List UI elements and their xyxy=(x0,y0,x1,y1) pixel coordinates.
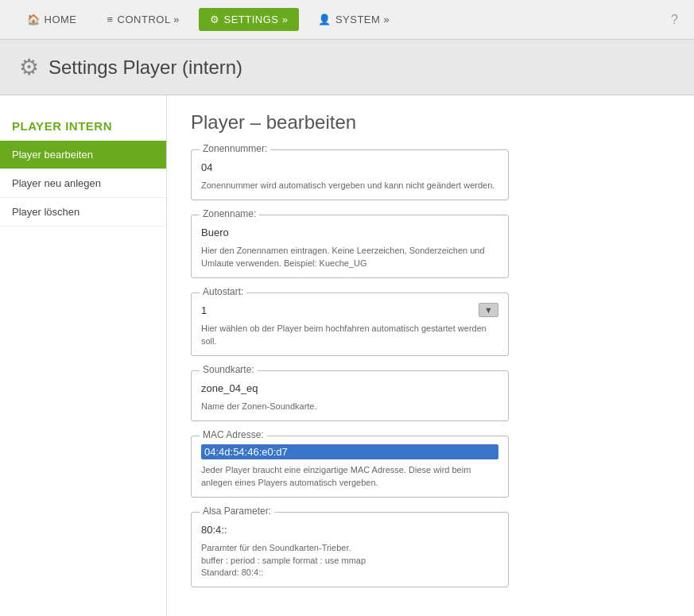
nav-settings[interactable]: ⚙ SETTINGS » xyxy=(199,8,299,31)
field-group-2: Autostart:1▼Hier wählen ob der Player be… xyxy=(191,293,509,356)
system-icon: 👤 xyxy=(318,14,331,25)
nav-home[interactable]: 🏠 HOME xyxy=(16,8,88,31)
field-legend-3: Soundkarte: xyxy=(200,364,258,375)
sidebar-item-player-neu[interactable]: Player neu anlegen xyxy=(0,169,166,198)
page-title: Settings Player (intern) xyxy=(48,56,242,79)
nav-system[interactable]: 👤 SYSTEM » xyxy=(307,8,401,31)
sidebar: PLAYER INTERN Player bearbeiten Player n… xyxy=(0,95,167,616)
content-title: Player – bearbeiten xyxy=(191,111,670,134)
field-legend-4: MAC Adresse: xyxy=(200,429,267,440)
sidebar-item-player-bearbeiten[interactable]: Player bearbeiten xyxy=(0,141,166,169)
content-area: Player – bearbeiten Zonennummer:Zonennum… xyxy=(167,95,694,616)
field-hint-0: Zonennummer wird automatisch vergeben un… xyxy=(201,180,498,192)
field-group-0: Zonennummer:Zonennummer wird automatisch… xyxy=(191,149,509,200)
help-button[interactable]: ? xyxy=(671,13,678,27)
field-hint-2: Hier wählen ob der Player beim hochfahre… xyxy=(201,323,498,347)
field-legend-2: Autostart: xyxy=(200,286,246,297)
field-hint-5: Paramter für den Soundkarten-Trieber. bu… xyxy=(201,542,498,579)
field-input-3[interactable] xyxy=(201,379,498,396)
field-group-4: MAC Adresse:Jeder Player braucht eine ei… xyxy=(191,436,509,498)
field-hint-3: Name der Zonen-Soundkarte. xyxy=(201,401,498,413)
field-legend-1: Zonenname: xyxy=(200,208,259,219)
home-icon: 🏠 xyxy=(27,14,41,25)
field-legend-5: Alsa Parameter: xyxy=(200,506,274,517)
field-group-3: Soundkarte:Name der Zonen-Soundkarte. xyxy=(191,370,509,421)
sidebar-item-player-loeschen[interactable]: Player löschen xyxy=(0,198,166,227)
fields-container: Zonennummer:Zonennummer wird automatisch… xyxy=(191,149,670,587)
select-wrapper-2: 1▼ xyxy=(201,301,498,318)
main-layout: PLAYER INTERN Player bearbeiten Player n… xyxy=(0,95,694,616)
field-select-2[interactable]: 1 xyxy=(201,301,498,318)
control-icon: ≡ xyxy=(107,14,114,25)
field-legend-0: Zonennummer: xyxy=(200,143,270,154)
page-header-icon: ⚙ xyxy=(19,54,39,80)
sidebar-item-label-0: Player bearbeiten xyxy=(12,149,93,161)
sidebar-item-label-1: Player neu anlegen xyxy=(12,177,101,189)
field-hint-4: Jeder Player braucht eine einzigartige M… xyxy=(201,464,498,489)
field-input-0[interactable] xyxy=(201,158,498,175)
field-group-1: Zonenname:Hier den Zonennamen eintragen.… xyxy=(191,215,509,278)
sidebar-section-label: PLAYER INTERN xyxy=(0,111,166,141)
top-navigation: 🏠 HOME ≡ CONTROL » ⚙ SETTINGS » 👤 SYSTEM… xyxy=(0,0,694,40)
page-header: ⚙ Settings Player (intern) xyxy=(0,40,694,95)
nav-home-label: HOME xyxy=(45,14,77,25)
nav-control[interactable]: ≡ CONTROL » xyxy=(96,8,192,31)
help-label: ? xyxy=(671,13,678,26)
sidebar-item-label-2: Player löschen xyxy=(12,206,79,218)
field-input-1[interactable] xyxy=(201,223,498,240)
nav-settings-label: SETTINGS » xyxy=(224,14,289,25)
field-group-5: Alsa Parameter:Paramter für den Soundkar… xyxy=(191,512,509,587)
settings-icon: ⚙ xyxy=(210,14,220,25)
nav-control-label: CONTROL » xyxy=(118,14,180,25)
field-hint-1: Hier den Zonennamen eintragen. Keine Lee… xyxy=(201,245,498,269)
nav-system-label: SYSTEM » xyxy=(335,14,390,25)
field-input-5[interactable] xyxy=(201,521,498,537)
field-input-4[interactable] xyxy=(201,444,498,459)
